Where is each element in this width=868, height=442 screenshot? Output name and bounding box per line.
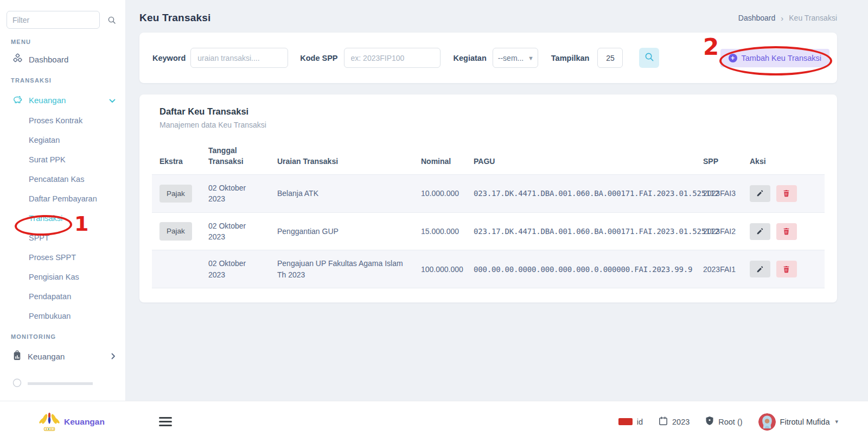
transactions-card: Daftar Keu Transaksi Manajemen data Keu … [139, 94, 837, 302]
header-spp: SPP [695, 139, 742, 175]
sidebar-item-keuangan-monitoring[interactable]: Keuangan [0, 346, 125, 366]
header-aksi: Aksi [742, 139, 825, 175]
role-label: Root () [718, 418, 742, 426]
calendar-icon [659, 416, 668, 427]
edit-button[interactable] [750, 261, 770, 277]
sidebar-item-daftar-pembayaran[interactable]: Daftar Pembayaran [0, 189, 125, 209]
ekstra-badge: Pajak [159, 185, 192, 203]
table-subtitle: Manajemen data Keu Transaksi [159, 121, 825, 129]
sidebar-item-pendapatan[interactable]: Pendapatan [0, 287, 125, 306]
delete-button[interactable] [776, 261, 797, 277]
sidebar-item-label: Keuangan [28, 352, 65, 361]
year-label: 2023 [672, 418, 690, 426]
search-icon [644, 52, 654, 64]
breadcrumb-dashboard[interactable]: Dashboard [738, 14, 776, 22]
table-row: Pajak 02 Oktober 2023 Belanja ATK 10.000… [152, 175, 825, 213]
breadcrumb: Dashboard › Keu Transaksi [738, 14, 837, 23]
indonesia-flag-icon [618, 418, 633, 425]
trash-icon [784, 228, 789, 235]
chevron-right-icon [111, 352, 116, 361]
add-button-label: Tambah Keu Transaksi [742, 54, 822, 62]
user-menu[interactable]: Fitrotul Mufida ▾ [758, 413, 838, 431]
sidebar-item-proses-kontrak[interactable]: Proses Kontrak [0, 111, 125, 130]
sidebar-item-cutoff[interactable] [0, 374, 125, 393]
cell-pagu: 000.00.00.0000.000.000.000.0.000000.FAI.… [466, 250, 695, 288]
sidebar-item-dashboard[interactable]: Dashboard [0, 49, 125, 69]
filter-toolbar: Keyword Kode SPP Kegiatan --sem... ▼ Tam… [139, 33, 837, 83]
hamburger-menu-icon[interactable] [159, 417, 172, 426]
user-name: Fitrotul Mufida [780, 418, 830, 426]
cell-nominal: 15.000.000 [413, 212, 466, 250]
table-header-row: Ekstra Tanggal Transaksi Uraian Transaks… [152, 139, 825, 175]
edit-button[interactable] [750, 185, 770, 202]
keyword-input[interactable] [190, 48, 288, 68]
sidebar-item-proses-sppt[interactable]: Proses SPPT [0, 248, 125, 267]
role-indicator[interactable]: Root () [705, 416, 742, 427]
sidebar-search-icon[interactable] [107, 16, 116, 24]
sidebar-submenu-keuangan: Proses Kontrak Kegiatan Surat PPK Pencat… [0, 111, 125, 326]
cell-tanggal: 02 Oktober 2023 [201, 250, 270, 288]
locale-label: id [637, 418, 643, 426]
table-row: 02 Oktober 2023 Pengajuan UP Fakultas Ag… [152, 250, 825, 288]
piggy-bank-icon [12, 94, 23, 106]
avatar [758, 413, 776, 431]
ekstra-badge: Pajak [159, 222, 192, 241]
edit-button[interactable] [750, 223, 770, 240]
sidebar-item-pencatatan-kas[interactable]: Pencatatan Kas [0, 169, 125, 189]
kegiatan-select[interactable]: --sem... ▼ [493, 48, 538, 68]
breadcrumb-separator-icon: › [781, 14, 783, 23]
add-keu-transaksi-button[interactable]: + Tambah Keu Transaksi [720, 49, 830, 67]
tampilkan-label: Tampilkan [551, 54, 590, 62]
cell-uraian: Penggantian GUP [270, 212, 413, 250]
chevron-down-icon [109, 96, 116, 105]
sidebar-item-surat-ppk[interactable]: Surat PPK [0, 150, 125, 169]
cell-nominal: 10.000.000 [413, 175, 466, 213]
cell-uraian: Pengajuan UP Fakultas Agama Islam Th 202… [270, 250, 413, 288]
university-logo-icon [38, 409, 61, 434]
page-title: Keu Transaksi [139, 12, 210, 24]
pencil-icon [757, 266, 763, 272]
header-nominal: Nominal [413, 139, 466, 175]
search-button[interactable] [639, 48, 659, 68]
kegiatan-label: Kegiatan [454, 54, 487, 62]
delete-button[interactable] [776, 223, 797, 240]
locale-switcher[interactable]: id [618, 418, 643, 426]
brand-name: Keuangan [64, 417, 105, 427]
header-ekstra: Ekstra [152, 139, 201, 175]
sidebar-section-menu: MENU [11, 39, 125, 45]
cell-pagu: 023.17.DK.4471.DBA.001.060.BA.000171.FAI… [466, 175, 695, 213]
app-window: MENU Dashboard TRANSAKSI Keuangan [0, 0, 868, 442]
kode-spp-input[interactable] [344, 48, 441, 68]
chevron-down-icon: ▾ [835, 418, 838, 425]
year-selector[interactable]: 2023 [659, 416, 690, 427]
cell-uraian: Belanja ATK [270, 175, 413, 213]
sidebar-item-kegiatan[interactable]: Kegiatan [0, 130, 125, 150]
transactions-table: Ekstra Tanggal Transaksi Uraian Transaks… [152, 139, 825, 288]
keyword-label: Keyword [152, 54, 186, 62]
select-caret-icon: ▼ [528, 55, 534, 61]
sidebar-item-keuangan[interactable]: Keuangan [0, 90, 125, 110]
header-uraian: Uraian Transaksi [270, 139, 413, 175]
brand-logo[interactable]: Keuangan [38, 409, 105, 434]
cell-pagu: 023.17.DK.4471.DBA.001.060.BA.000171.FAI… [466, 212, 695, 250]
kode-spp-label: Kode SPP [300, 54, 337, 62]
sidebar-item-transaksi[interactable]: Transaksi [0, 209, 125, 228]
cell-spp: 2023FAI1 [695, 250, 742, 288]
sidebar-item-pembukuan[interactable]: Pembukuan [0, 306, 125, 326]
clipboard-chart-icon [12, 350, 22, 363]
sidebar-section-monitoring: MONITORING [11, 333, 125, 340]
delete-button[interactable] [776, 185, 797, 202]
dashboard-cubes-icon [12, 53, 23, 66]
shield-icon [705, 416, 714, 427]
sidebar-section-transaksi: TRANSAKSI [11, 77, 125, 84]
sidebar-item-label: Dashboard [29, 55, 68, 64]
sidebar-filter-input[interactable] [7, 11, 100, 29]
trash-icon [784, 190, 789, 197]
footer-bar: Keuangan id 2023 Root () [0, 401, 868, 442]
generic-icon [12, 378, 22, 389]
tampilkan-input[interactable] [597, 48, 623, 68]
table-title: Daftar Keu Transaksi [159, 106, 825, 117]
sidebar-item-sppt[interactable]: SPPT [0, 228, 125, 248]
sidebar: MENU Dashboard TRANSAKSI Keuangan [0, 0, 126, 401]
sidebar-item-pengisian-kas[interactable]: Pengisian Kas [0, 267, 125, 287]
